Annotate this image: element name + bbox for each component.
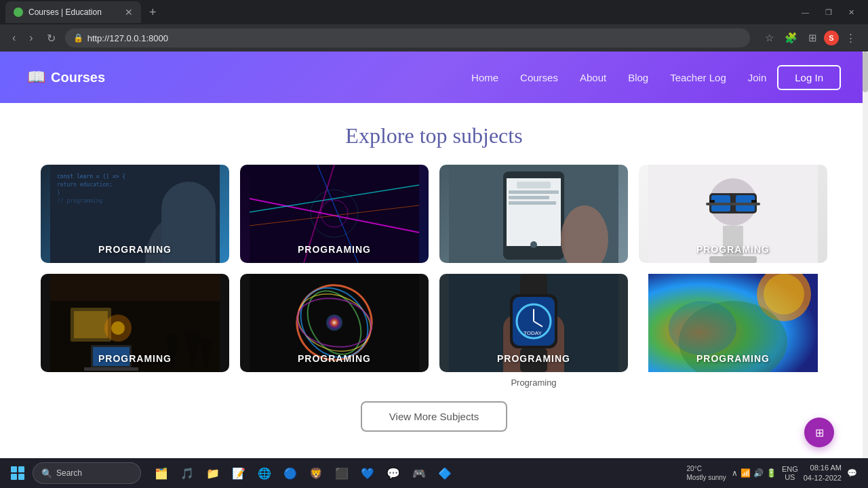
floating-btn-icon: ⊞ [815,426,824,439]
svg-rect-18 [517,182,551,188]
nav-home[interactable]: Home [471,72,498,83]
subject-card-2[interactable]: PROGRAMING [240,165,429,263]
refresh-button[interactable]: ↻ [43,29,60,47]
taskbar-browser-edge-icon[interactable]: 🌐 [252,461,277,485]
forward-button[interactable]: › [25,29,37,47]
profile-avatar[interactable]: S [824,30,839,45]
taskbar-datetime[interactable]: 08:16 AM 04-12-2022 [804,463,842,484]
svg-point-65 [764,274,804,314]
taskbar-weather: 20°C Mostly sunny [687,464,726,482]
view-more-button[interactable]: View More Subjects [361,401,507,432]
svg-rect-37 [74,311,108,338]
subject-card-6[interactable]: PROGRAMING [240,274,429,372]
subject-card-1[interactable]: const learn = () => { return education; … [41,165,229,263]
sound-icon[interactable]: 🔊 [753,468,764,478]
subjects-grid: const learn = () => { return education; … [41,165,827,372]
menu-icon[interactable]: ⋮ [842,29,860,47]
card-4-label: PROGRAMING [639,244,827,255]
toolbar-icons: ☆ 🧩 ⊞ S ⋮ [761,29,860,47]
subject-card-3[interactable] [439,165,628,263]
active-tab[interactable]: Courses | Education ✕ [5,1,141,23]
close-button[interactable]: ✕ [840,0,863,24]
card-5-label: PROGRAMING [41,353,229,364]
svg-rect-21 [509,201,556,205]
card-6-label: PROGRAMING [240,353,429,364]
taskbar-vscode-icon[interactable]: 💙 [355,461,380,485]
url-bar[interactable]: 🔒 http://127.0.0.1:8000 [65,28,750,47]
svg-text:const learn = () => {: const learn = () => { [57,174,125,180]
taskbar-folder-icon[interactable]: 📁 [201,461,225,485]
minimize-button[interactable]: — [793,0,817,24]
maximize-button[interactable]: ❒ [817,0,840,24]
nav-teacher-log[interactable]: Teacher Log [670,72,726,83]
win-logo-tl [11,466,17,472]
tab-close-button[interactable]: ✕ [125,7,133,18]
taskbar-editor-icon[interactable]: 📝 [226,461,251,485]
win-logo-bl [11,474,17,480]
new-tab-button[interactable]: + [144,5,162,20]
svg-rect-45 [84,367,138,371]
floating-action-button[interactable]: ⊞ [804,418,834,447]
scrollbar-thumb[interactable] [863,52,868,92]
nav-actions: Join Log In [748,65,841,90]
subject-card-5[interactable]: PROGRAMING [41,274,229,372]
card-7-label: PROGRAMING [439,353,628,364]
lock-icon: 🔒 [73,33,83,43]
chevron-up-icon[interactable]: ∧ [732,468,738,478]
win-logo-br [18,474,24,480]
svg-rect-33 [709,256,757,263]
main-content: Explore top subjects const learn = () =>… [0,103,868,488]
extension-icon[interactable]: 🧩 [781,29,802,47]
svg-point-6 [162,188,196,222]
view-more-container: View More Subjects [27,401,841,432]
card-3-bg [439,165,628,263]
card-3-svg [439,165,628,263]
weather-temp: 20°C [687,464,726,473]
taskbar-other-icon[interactable]: 🔷 [433,461,457,485]
nav-courses[interactable]: Courses [520,72,558,83]
url-text: http://127.0.0.1:8000 [87,33,168,43]
taskbar-discord-icon[interactable]: 🎮 [407,461,431,485]
card-3-below-label: Programing [439,378,628,388]
svg-rect-19 [509,190,559,194]
svg-rect-20 [509,196,549,199]
taskbar-search-icon: 🔍 [41,468,52,479]
bookmark-icon[interactable]: ☆ [761,29,778,47]
windows-logo [11,466,24,480]
taskbar-pinned-icons: 🗂️ 🎵 📁 📝 🌐 🔵 🦁 ⬛ 💙 💬 🎮 🔷 [149,461,457,485]
taskbar-search[interactable]: 🔍 Search [33,462,141,484]
taskbar-spotify-icon[interactable]: 🎵 [175,461,199,485]
start-button[interactable] [5,461,30,485]
nav-about[interactable]: About [580,72,606,83]
region-text: US [785,473,795,481]
taskbar-right: 20°C Mostly sunny ∧ 📶 🔊 🔋 ENG US 08:16 A… [687,463,863,484]
nav-links: Home Courses About Blog Teacher Log [471,72,726,83]
win-logo-tr [18,466,24,472]
grid-icon[interactable]: ⊞ [804,29,821,47]
subject-card-8[interactable]: PROGRAMING [639,274,827,372]
taskbar-brave-icon[interactable]: 🦁 [304,461,328,485]
taskbar-whatsapp-icon[interactable]: 💬 [381,461,406,485]
svg-point-52 [326,314,342,331]
back-button[interactable]: ‹ [8,29,20,47]
scrollbar-track[interactable] [863,52,868,458]
tab-bar: Courses | Education ✕ + — ❒ ✕ [0,0,868,24]
join-button[interactable]: Join [748,72,767,83]
login-button[interactable]: Log In [777,65,841,90]
network-icon[interactable]: 📶 [741,468,751,478]
taskbar-files-icon[interactable]: 🗂️ [149,461,174,485]
notification-icon[interactable]: 💬 [847,468,857,478]
taskbar-time: 08:16 AM [804,463,842,473]
window-controls: — ❒ ✕ [793,0,863,24]
subjects-labels-row: Programing [41,375,827,388]
taskbar-chrome-icon[interactable]: 🔵 [278,461,302,485]
subject-card-4[interactable]: PROGRAMING [639,165,827,263]
nav-blog[interactable]: Blog [628,72,648,83]
site-logo[interactable]: 📖 Courses [27,68,105,86]
battery-icon[interactable]: 🔋 [766,468,776,478]
svg-rect-31 [706,203,760,205]
subject-card-7[interactable]: TODAY PROGRAMING [439,274,628,372]
svg-text:// programming: // programming [57,198,103,204]
taskbar-terminal-icon[interactable]: ⬛ [330,461,354,485]
svg-text:TODAY: TODAY [524,330,542,336]
